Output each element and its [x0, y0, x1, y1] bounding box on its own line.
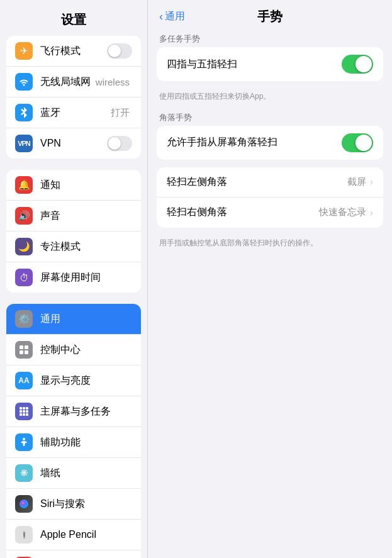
multitask-subtext: 使用四指或五指轻扫来切换App。 — [148, 89, 392, 108]
sidebar: 设置 ✈ 飞行模式 无线局域网 wireless 蓝牙 打开 — [0, 0, 148, 558]
sidebar-item-homescreen[interactable]: 主屏幕与多任务 — [6, 396, 141, 427]
sidebar-wifi-value: wireless — [96, 77, 130, 87]
chevron-right-icon: › — [370, 208, 373, 218]
sidebar-item-label: Apple Pencil — [40, 529, 132, 540]
svg-marker-16 — [23, 537, 25, 538]
svg-rect-7 — [20, 410, 22, 413]
screentime-icon: ⏱ — [15, 269, 33, 286]
cornerswipe-toggle[interactable] — [342, 133, 373, 152]
content-row-swiperight[interactable]: 轻扫右侧角落 快速备忘录 › — [157, 198, 383, 228]
vpn-toggle[interactable] — [107, 136, 132, 151]
sidebar-item-label: 蓝牙 — [40, 106, 111, 120]
sidebar-item-label: VPN — [40, 138, 107, 149]
svg-rect-6 — [26, 407, 28, 410]
content-header: ‹ 通用 手势 — [148, 0, 392, 30]
back-label: 通用 — [165, 10, 185, 23]
sidebar-group-network: ✈ 飞行模式 无线局域网 wireless 蓝牙 打开 VPN VPN — [6, 36, 141, 159]
svg-point-14 — [20, 499, 28, 508]
sidebar-item-screentime[interactable]: ⏱ 屏幕使用时间 — [6, 262, 141, 293]
sidebar-item-label: 显示与亮度 — [40, 374, 132, 388]
swipeleft-label: 轻扫左侧角落 — [167, 176, 347, 189]
sidebar-item-label: 飞行模式 — [40, 45, 107, 58]
sidebar-item-siri[interactable]: Siri与搜索 — [6, 489, 141, 520]
svg-rect-1 — [25, 345, 28, 349]
sidebar-group-notifications: 🔔 通知 🔊 声音 🌙 专注模式 ⏱ 屏幕使用时间 — [6, 170, 141, 293]
sidebar-item-applepencil[interactable]: Apple Pencil — [6, 520, 141, 550]
sidebar-item-accessibility[interactable]: 辅助功能 — [6, 427, 141, 458]
sidebar-item-wallpaper[interactable]: ❋ 墙纸 — [6, 458, 141, 489]
swipeleft-value: 截屏 — [347, 176, 366, 188]
content-group-corner-actions: 轻扫左侧角落 截屏 › 轻扫右侧角落 快速备忘录 › — [157, 167, 383, 228]
sidebar-item-label: 墙纸 — [40, 467, 132, 480]
sidebar-item-label: 声音 — [40, 209, 132, 223]
airplane-toggle[interactable] — [107, 43, 132, 59]
sidebar-item-bluetooth[interactable]: 蓝牙 打开 — [6, 98, 141, 128]
content-row-swipeleft[interactable]: 轻扫左侧角落 截屏 › — [157, 167, 383, 198]
siri-icon — [15, 495, 33, 513]
sidebar-item-general[interactable]: ⚙️ 通用 — [6, 304, 141, 335]
corner-actions-subtext: 用手指或触控笔从底部角落轻扫时执行的操作。 — [148, 235, 392, 255]
general-icon: ⚙️ — [15, 310, 33, 328]
back-button[interactable]: ‹ 通用 — [159, 10, 185, 23]
sound-icon: 🔊 — [15, 207, 33, 225]
vpn-icon: VPN — [15, 135, 33, 152]
sidebar-item-vpn[interactable]: VPN VPN — [6, 128, 141, 159]
sidebar-item-notification[interactable]: 🔔 通知 — [6, 170, 141, 201]
content-row-cornerswipe: 允许手指从屏幕角落轻扫 — [157, 126, 383, 160]
wifi-icon — [15, 73, 33, 91]
chevron-right-icon: › — [370, 177, 373, 187]
svg-rect-4 — [20, 407, 22, 410]
controlcenter-icon — [15, 341, 33, 359]
airplane-icon: ✈ — [15, 42, 33, 60]
sidebar-item-label: 主屏幕与多任务 — [40, 405, 132, 418]
swiperight-label: 轻扫右侧角落 — [167, 206, 319, 219]
content-row-fourswipe: 四指与五指轻扫 — [157, 47, 383, 81]
sidebar-item-controlcenter[interactable]: 控制中心 — [6, 335, 141, 365]
svg-rect-2 — [20, 350, 23, 354]
fourswipe-label: 四指与五指轻扫 — [167, 58, 342, 71]
sidebar-item-focus[interactable]: 🌙 专注模式 — [6, 232, 141, 262]
focus-icon: 🌙 — [15, 238, 33, 255]
sidebar-item-label: 专注模式 — [40, 240, 132, 254]
svg-rect-9 — [26, 410, 28, 413]
sidebar-item-airplane[interactable]: ✈ 飞行模式 — [6, 36, 141, 67]
fourswipe-toggle[interactable] — [342, 55, 373, 74]
svg-rect-10 — [20, 413, 22, 416]
swiperight-value: 快速备忘录 — [319, 206, 366, 218]
display-icon: AA — [15, 372, 33, 389]
bluetooth-icon — [15, 104, 33, 121]
sidebar-item-label: 通知 — [40, 179, 132, 192]
sidebar-item-label: 辅助功能 — [40, 436, 132, 449]
homescreen-icon — [15, 403, 33, 420]
sidebar-title: 设置 — [0, 0, 147, 36]
sidebar-group-settings: ⚙️ 通用 控制中心 AA 显示与亮度 — [6, 304, 141, 558]
sidebar-item-sound[interactable]: 🔊 声音 — [6, 201, 141, 232]
sidebar-item-label: 通用 — [40, 313, 132, 326]
back-chevron-icon: ‹ — [159, 10, 163, 23]
accessibility-icon — [15, 433, 33, 451]
content-title: 手势 — [257, 8, 283, 25]
svg-point-13 — [23, 438, 25, 440]
cornerswipe-label: 允许手指从屏幕角落轻扫 — [167, 136, 342, 149]
sidebar-item-display[interactable]: AA 显示与亮度 — [6, 365, 141, 396]
svg-rect-5 — [23, 407, 25, 410]
svg-rect-3 — [25, 350, 28, 354]
sidebar-item-label: 控制中心 — [40, 343, 132, 357]
sidebar-item-label: 屏幕使用时间 — [40, 271, 132, 284]
content-group-corner: 允许手指从屏幕角落轻扫 — [157, 126, 383, 160]
svg-rect-8 — [23, 410, 25, 413]
svg-rect-12 — [26, 413, 28, 416]
wallpaper-icon: ❋ — [15, 464, 33, 482]
svg-rect-11 — [23, 413, 25, 416]
sidebar-item-wifi[interactable]: 无线局域网 wireless — [6, 67, 141, 98]
section-corner-label: 角落手势 — [148, 108, 392, 126]
content-panel: ‹ 通用 手势 多任务手势 四指与五指轻扫 使用四指或五指轻扫来切换App。 角… — [148, 0, 392, 558]
sidebar-item-label: 无线局域网 — [40, 75, 96, 89]
notification-icon: 🔔 — [15, 176, 33, 194]
sidebar-item-label: Siri与搜索 — [40, 498, 132, 511]
sidebar-item-touchid[interactable]: 触控ID与密码 — [6, 550, 141, 558]
svg-rect-17 — [23, 531, 25, 532]
section-multitask-label: 多任务手势 — [148, 30, 392, 47]
svg-rect-0 — [20, 345, 23, 349]
sidebar-bluetooth-value: 打开 — [111, 107, 130, 119]
